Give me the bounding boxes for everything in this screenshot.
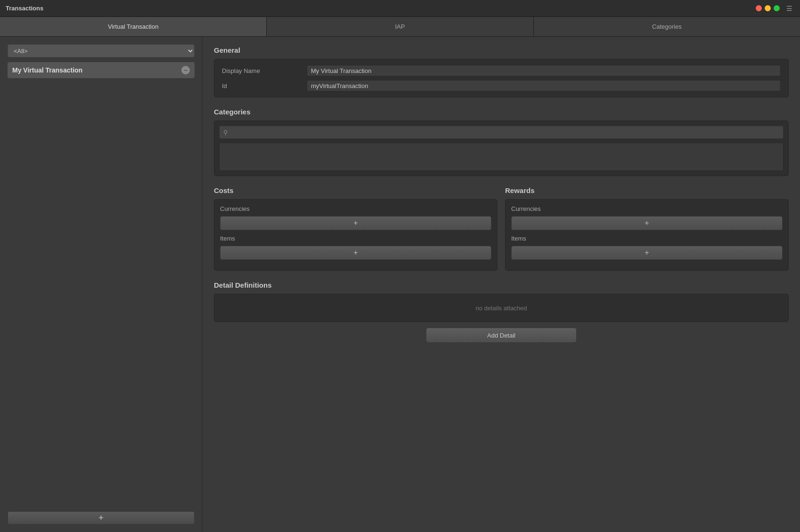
- tab-iap[interactable]: IAP: [267, 17, 533, 36]
- costs-rewards-section: Costs Currencies + Items + Rewards Curre…: [214, 186, 789, 271]
- rewards-panel: Rewards Currencies + Items +: [505, 186, 789, 271]
- costs-items-label: Items: [220, 235, 491, 242]
- tab-categories[interactable]: Categories: [534, 17, 800, 36]
- categories-list-area: [219, 143, 784, 171]
- remove-item-button[interactable]: −: [181, 66, 190, 74]
- costs-add-item-button[interactable]: +: [220, 246, 491, 260]
- categories-search-bar: ⚲: [219, 126, 784, 139]
- costs-title: Costs: [214, 186, 498, 194]
- categories-section: Categories ⚲: [214, 108, 789, 176]
- rewards-items-label: Items: [511, 235, 783, 242]
- detail-definitions-section: Detail Definitions no details attached A…: [214, 281, 789, 343]
- minimize-window-button[interactable]: [765, 5, 771, 11]
- main-layout: <All> My Virtual Transaction − + General…: [0, 37, 800, 532]
- add-item-button[interactable]: +: [8, 511, 195, 524]
- costs-add-currency-button[interactable]: +: [220, 216, 491, 230]
- costs-currencies-label: Currencies: [220, 205, 491, 212]
- display-name-value[interactable]: My Virtual Transaction: [307, 65, 781, 76]
- sidebar-filter: <All>: [8, 44, 195, 57]
- close-window-button[interactable]: [756, 5, 762, 11]
- window-controls: ☰: [756, 5, 792, 12]
- title-bar: Transactions ☰: [0, 0, 800, 17]
- detail-definitions-title: Detail Definitions: [214, 281, 789, 289]
- general-card: Display Name My Virtual Transaction Id m…: [214, 59, 789, 97]
- detail-definitions-empty: no details attached: [214, 294, 789, 322]
- costs-card: Currencies + Items +: [214, 199, 498, 271]
- rewards-add-item-button[interactable]: +: [511, 246, 783, 260]
- tab-virtual-transaction[interactable]: Virtual Transaction: [0, 17, 267, 36]
- costs-panel: Costs Currencies + Items +: [214, 186, 498, 271]
- app-title: Transactions: [6, 5, 43, 12]
- list-item[interactable]: My Virtual Transaction −: [8, 62, 195, 78]
- categories-card: ⚲: [214, 121, 789, 176]
- rewards-add-currency-button[interactable]: +: [511, 216, 783, 230]
- rewards-title: Rewards: [505, 186, 789, 194]
- rewards-currencies-label: Currencies: [511, 205, 783, 212]
- sidebar-list: My Virtual Transaction −: [8, 62, 195, 507]
- display-name-label: Display Name: [222, 67, 307, 74]
- categories-search-input[interactable]: [231, 129, 779, 136]
- menu-icon: ☰: [786, 5, 792, 12]
- general-section-title: General: [214, 46, 789, 54]
- general-section: General Display Name My Virtual Transact…: [214, 46, 789, 97]
- sidebar: <All> My Virtual Transaction − +: [0, 37, 203, 532]
- filter-select[interactable]: <All>: [8, 44, 195, 57]
- id-value[interactable]: myVirtualTransaction: [307, 80, 781, 91]
- content-area: General Display Name My Virtual Transact…: [203, 37, 800, 532]
- field-row-id: Id myVirtualTransaction: [222, 80, 781, 91]
- search-icon: ⚲: [223, 129, 228, 136]
- id-label: Id: [222, 82, 307, 89]
- maximize-window-button[interactable]: [774, 5, 780, 11]
- list-item-label: My Virtual Transaction: [12, 66, 82, 74]
- categories-section-title: Categories: [214, 108, 789, 116]
- add-detail-button[interactable]: Add Detail: [426, 328, 577, 343]
- tab-bar: Virtual Transaction IAP Categories: [0, 17, 800, 37]
- field-row-display-name: Display Name My Virtual Transaction: [222, 65, 781, 76]
- rewards-card: Currencies + Items +: [505, 199, 789, 271]
